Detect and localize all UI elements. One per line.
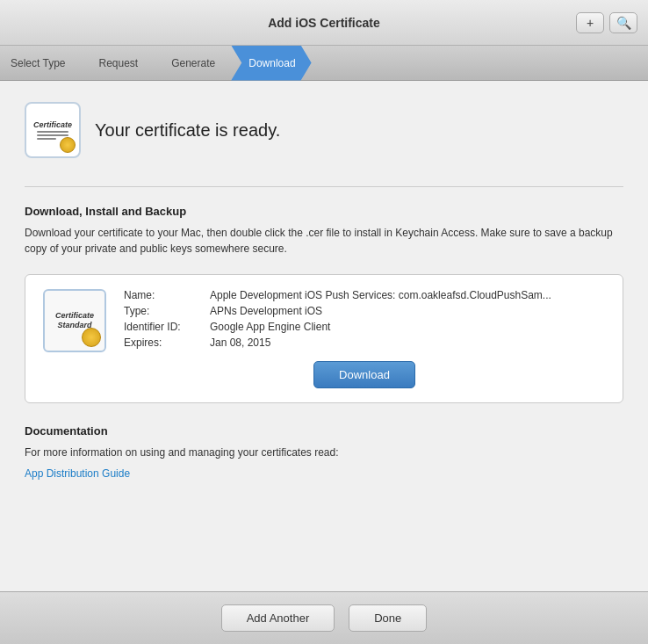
tab-generate[interactable]: Generate [154, 46, 231, 81]
cert-card-download-area: Download [124, 361, 605, 388]
cert-identifier-row: Identifier ID: Google App Engine Client [124, 321, 605, 333]
tab-bar: Select Type Request Generate Download [0, 46, 648, 81]
cert-seal [60, 137, 76, 153]
doc-section-text: For more information on using and managi… [25, 445, 623, 460]
footer: Add Another Done [0, 591, 648, 644]
main-content: Certificate Your certificate is ready. D… [0, 81, 648, 591]
cert-expires-value: Jan 08, 2015 [210, 336, 270, 349]
cert-icon-text: Certificate [33, 120, 72, 129]
cert-name-label: Name: [124, 289, 203, 301]
app-distribution-guide-link[interactable]: App Distribution Guide [25, 467, 623, 480]
tab-request[interactable]: Request [81, 46, 154, 81]
doc-section-header: Documentation [25, 424, 623, 438]
cert-name-row: Name: Apple Development iOS Push Service… [124, 289, 605, 301]
add-button[interactable]: + [576, 12, 604, 33]
done-button[interactable]: Done [349, 604, 427, 632]
cert-type-value: APNs Development iOS [210, 305, 322, 317]
install-section-text: Download your certificate to your Mac, t… [25, 225, 623, 257]
window-title: Add iOS Certificate [268, 16, 380, 30]
title-bar-buttons: + 🔍 [576, 12, 637, 33]
tab-download[interactable]: Download [231, 46, 311, 81]
cert-expires-row: Expires: Jan 08, 2015 [124, 336, 605, 349]
cert-type-label: Type: [124, 305, 203, 317]
install-section-header: Download, Install and Backup [25, 205, 623, 218]
cert-download-button[interactable]: Download [313, 361, 415, 388]
cert-ready-section: Certificate Your certificate is ready. [25, 102, 623, 158]
search-button[interactable]: 🔍 [609, 12, 637, 33]
cert-name-value: Apple Development iOS Push Services: com… [210, 289, 551, 301]
title-bar: Add iOS Certificate + 🔍 [0, 0, 648, 46]
add-another-button[interactable]: Add Another [221, 604, 335, 632]
cert-icon: Certificate [25, 102, 81, 158]
cert-card: CertificateStandard Name: Apple Developm… [25, 274, 623, 403]
cert-identifier-value: Google App Engine Client [210, 321, 330, 333]
tab-select-type[interactable]: Select Type [0, 46, 81, 81]
cert-expires-label: Expires: [124, 336, 203, 349]
cert-card-icon: CertificateStandard [43, 289, 106, 352]
cert-card-details: Name: Apple Development iOS Push Service… [124, 289, 605, 388]
cert-identifier-label: Identifier ID: [124, 321, 203, 333]
cert-ready-title: Your certificate is ready. [95, 120, 280, 141]
divider-1 [25, 186, 623, 187]
cert-card-seal [82, 328, 101, 347]
cert-type-row: Type: APNs Development iOS [124, 305, 605, 317]
